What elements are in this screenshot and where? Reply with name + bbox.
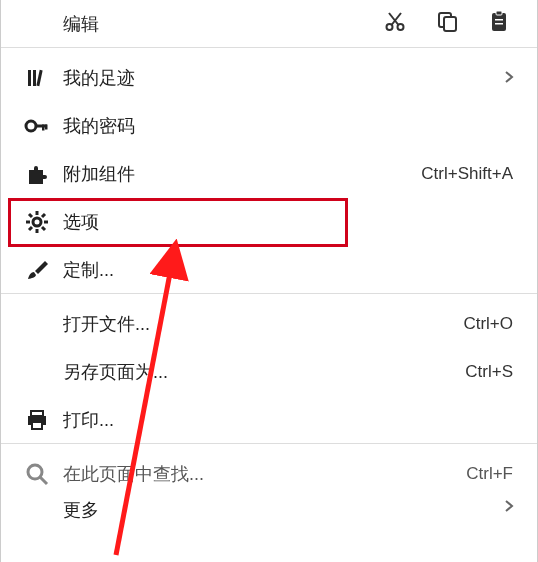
cut-icon[interactable] (379, 5, 411, 42)
chevron-right-icon (503, 69, 521, 87)
edit-label: 编辑 (57, 12, 379, 36)
edit-buttons (379, 5, 529, 42)
app-menu: 编辑 (1, 0, 537, 540)
menu-item-open-file[interactable]: 打开文件... Ctrl+O (1, 300, 537, 348)
svg-line-25 (42, 214, 45, 217)
menu-item-passwords[interactable]: 我的密码 (1, 102, 537, 150)
copy-icon[interactable] (431, 5, 463, 42)
menu-label: 打开文件... (57, 312, 463, 336)
key-icon (17, 113, 57, 139)
edit-row: 编辑 (1, 0, 537, 48)
menu-item-more[interactable]: 更多 (1, 498, 537, 540)
addons-icon (17, 162, 57, 186)
menu-label: 我的足迹 (57, 66, 503, 90)
menu-label: 附加组件 (57, 162, 421, 186)
svg-rect-11 (33, 70, 36, 86)
menu-shortcut: Ctrl+F (466, 464, 521, 484)
menu-item-find[interactable]: 在此页面中查找... Ctrl+F (1, 450, 537, 498)
library-icon (17, 66, 57, 90)
menu-item-print[interactable]: 打印... (1, 396, 537, 444)
svg-rect-10 (28, 70, 31, 86)
svg-rect-26 (31, 411, 43, 416)
menu-label: 我的密码 (57, 114, 521, 138)
menu-item-customize[interactable]: 定制... (1, 246, 537, 294)
search-icon (17, 462, 57, 486)
svg-rect-15 (42, 125, 45, 131)
svg-rect-9 (495, 23, 503, 25)
menu-item-save-as[interactable]: 另存页面为... Ctrl+S (1, 348, 537, 396)
menu-shortcut: Ctrl+Shift+A (421, 164, 521, 184)
svg-point-13 (26, 121, 36, 131)
print-icon (17, 408, 57, 432)
menu-label: 更多 (57, 498, 503, 522)
svg-line-24 (29, 227, 32, 230)
svg-line-30 (40, 477, 47, 484)
gear-icon (17, 210, 57, 234)
menu-label: 在此页面中查找... (57, 462, 466, 486)
svg-rect-16 (45, 125, 48, 130)
menu-shortcut: Ctrl+O (463, 314, 521, 334)
menu-shortcut: Ctrl+S (465, 362, 521, 382)
menu-label: 选项 (57, 210, 521, 234)
svg-rect-28 (32, 422, 42, 429)
svg-rect-8 (495, 19, 503, 21)
chevron-right-icon (503, 498, 521, 516)
menu-item-options[interactable]: 选项 (1, 198, 537, 246)
menu-label: 另存页面为... (57, 360, 465, 384)
menu-label: 打印... (57, 408, 521, 432)
svg-line-23 (42, 227, 45, 230)
svg-rect-12 (36, 70, 42, 86)
svg-rect-5 (444, 17, 456, 31)
svg-point-29 (28, 465, 42, 479)
svg-rect-6 (492, 13, 506, 31)
svg-rect-7 (496, 11, 502, 15)
menu-item-addons[interactable]: 附加组件 Ctrl+Shift+A (1, 150, 537, 198)
paste-icon[interactable] (483, 5, 515, 42)
brush-icon (17, 258, 57, 282)
menu-item-library[interactable]: 我的足迹 (1, 54, 537, 102)
menu-label: 定制... (57, 258, 521, 282)
svg-line-22 (29, 214, 32, 217)
svg-point-17 (33, 218, 41, 226)
